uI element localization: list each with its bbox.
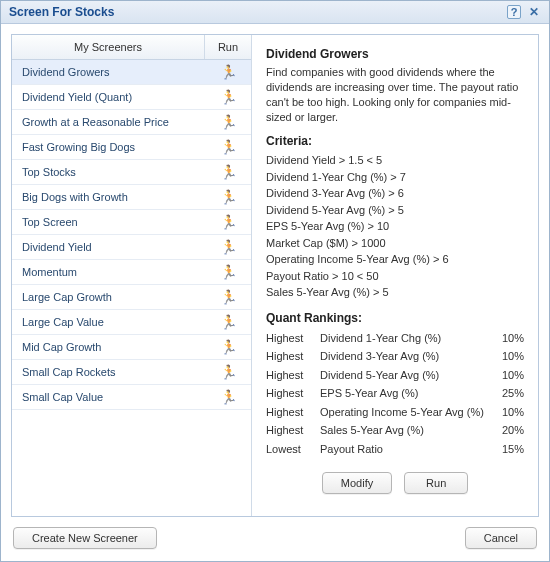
- run-screener-button[interactable]: 🏃: [205, 335, 251, 359]
- details-panel: Dividend Growers Find companies with goo…: [252, 35, 538, 516]
- screener-list-panel: My Screeners Run Dividend Growers🏃Divide…: [12, 35, 252, 516]
- screener-row-label: Growth at a Reasonable Price: [12, 110, 205, 134]
- screener-row[interactable]: Dividend Yield🏃: [12, 235, 251, 260]
- titlebar-icons: ? ✕: [507, 5, 541, 19]
- screener-row-label: Top Screen: [12, 210, 205, 234]
- run-screener-button[interactable]: 🏃: [205, 235, 251, 259]
- runner-icon: 🏃: [220, 389, 237, 405]
- criteria-item: EPS 5-Year Avg (%) > 10: [266, 218, 524, 235]
- screener-row-label: Top Stocks: [12, 160, 205, 184]
- run-screener-button[interactable]: 🏃: [205, 185, 251, 209]
- criteria-item: Operating Income 5-Year Avg (%) > 6: [266, 251, 524, 268]
- screener-row-label: Dividend Growers: [12, 60, 205, 84]
- detail-description: Find companies with good dividends where…: [266, 65, 524, 124]
- titlebar: Screen For Stocks ? ✕: [1, 1, 549, 24]
- run-screener-button[interactable]: 🏃: [205, 310, 251, 334]
- screener-list: Dividend Growers🏃Dividend Yield (Quant)🏃…: [12, 60, 251, 516]
- ranking-weight: 20%: [484, 421, 524, 440]
- screen-for-stocks-dialog: Screen For Stocks ? ✕ My Screeners Run D…: [0, 0, 550, 562]
- ranking-weight: 10%: [484, 329, 524, 348]
- runner-icon: 🏃: [220, 164, 237, 180]
- ranking-row: HighestDividend 5-Year Avg (%)10%: [266, 366, 524, 385]
- ranking-metric: Dividend 1-Year Chg (%): [320, 329, 484, 348]
- screener-row[interactable]: Top Stocks🏃: [12, 160, 251, 185]
- ranking-direction: Highest: [266, 421, 320, 440]
- screener-row[interactable]: Dividend Growers🏃: [12, 60, 251, 85]
- runner-icon: 🏃: [220, 314, 237, 330]
- run-screener-button[interactable]: 🏃: [205, 285, 251, 309]
- criteria-item: Market Cap ($M) > 1000: [266, 235, 524, 252]
- ranking-row: HighestDividend 3-Year Avg (%)10%: [266, 347, 524, 366]
- ranking-direction: Highest: [266, 347, 320, 366]
- column-header-run[interactable]: Run: [205, 35, 251, 59]
- run-screener-button[interactable]: 🏃: [205, 260, 251, 284]
- ranking-weight: 10%: [484, 403, 524, 422]
- screener-row[interactable]: Dividend Yield (Quant)🏃: [12, 85, 251, 110]
- runner-icon: 🏃: [220, 139, 237, 155]
- run-screener-button[interactable]: 🏃: [205, 135, 251, 159]
- screener-row[interactable]: Momentum🏃: [12, 260, 251, 285]
- screener-row-label: Mid Cap Growth: [12, 335, 205, 359]
- screener-row[interactable]: Large Cap Growth🏃: [12, 285, 251, 310]
- screener-row-label: Big Dogs with Growth: [12, 185, 205, 209]
- dialog-title: Screen For Stocks: [9, 5, 507, 19]
- runner-icon: 🏃: [220, 364, 237, 380]
- run-screener-button[interactable]: 🏃: [205, 60, 251, 84]
- runner-icon: 🏃: [220, 339, 237, 355]
- ranking-direction: Highest: [266, 403, 320, 422]
- rankings-heading: Quant Rankings:: [266, 311, 524, 325]
- criteria-list: Dividend Yield > 1.5 < 5Dividend 1-Year …: [266, 152, 524, 301]
- runner-icon: 🏃: [220, 289, 237, 305]
- main-panel: My Screeners Run Dividend Growers🏃Divide…: [11, 34, 539, 517]
- run-screener-button[interactable]: 🏃: [205, 110, 251, 134]
- footer: Create New Screener Cancel: [11, 517, 539, 551]
- criteria-heading: Criteria:: [266, 134, 524, 148]
- runner-icon: 🏃: [220, 64, 237, 80]
- cancel-button[interactable]: Cancel: [465, 527, 537, 549]
- ranking-metric: Payout Ratio: [320, 440, 484, 459]
- screener-row-label: Small Cap Rockets: [12, 360, 205, 384]
- ranking-direction: Highest: [266, 366, 320, 385]
- screener-row[interactable]: Large Cap Value🏃: [12, 310, 251, 335]
- detail-title: Dividend Growers: [266, 47, 524, 61]
- modify-button[interactable]: Modify: [322, 472, 392, 494]
- screener-row[interactable]: Small Cap Rockets🏃: [12, 360, 251, 385]
- ranking-metric: Dividend 3-Year Avg (%): [320, 347, 484, 366]
- help-icon[interactable]: ?: [507, 5, 521, 19]
- screener-row[interactable]: Big Dogs with Growth🏃: [12, 185, 251, 210]
- ranking-metric: EPS 5-Year Avg (%): [320, 384, 484, 403]
- ranking-direction: Lowest: [266, 440, 320, 459]
- screener-row[interactable]: Mid Cap Growth🏃: [12, 335, 251, 360]
- screener-row-label: Dividend Yield (Quant): [12, 85, 205, 109]
- criteria-item: Payout Ratio > 10 < 50: [266, 268, 524, 285]
- runner-icon: 🏃: [220, 114, 237, 130]
- runner-icon: 🏃: [220, 239, 237, 255]
- run-button[interactable]: Run: [404, 472, 468, 494]
- criteria-item: Sales 5-Year Avg (%) > 5: [266, 284, 524, 301]
- close-icon[interactable]: ✕: [527, 5, 541, 19]
- screener-row[interactable]: Growth at a Reasonable Price🏃: [12, 110, 251, 135]
- run-screener-button[interactable]: 🏃: [205, 385, 251, 409]
- run-screener-button[interactable]: 🏃: [205, 160, 251, 184]
- ranking-metric: Operating Income 5-Year Avg (%): [320, 403, 484, 422]
- screener-row[interactable]: Small Cap Value🏃: [12, 385, 251, 410]
- screener-row-label: Fast Growing Big Dogs: [12, 135, 205, 159]
- ranking-row: HighestSales 5-Year Avg (%)20%: [266, 421, 524, 440]
- runner-icon: 🏃: [220, 214, 237, 230]
- screener-row-label: Large Cap Value: [12, 310, 205, 334]
- runner-icon: 🏃: [220, 189, 237, 205]
- dialog-body: My Screeners Run Dividend Growers🏃Divide…: [1, 24, 549, 561]
- ranking-metric: Dividend 5-Year Avg (%): [320, 366, 484, 385]
- screener-row[interactable]: Fast Growing Big Dogs🏃: [12, 135, 251, 160]
- column-header-name[interactable]: My Screeners: [12, 35, 205, 59]
- run-screener-button[interactable]: 🏃: [205, 360, 251, 384]
- criteria-item: Dividend 5-Year Avg (%) > 5: [266, 202, 524, 219]
- run-screener-button[interactable]: 🏃: [205, 85, 251, 109]
- ranking-direction: Highest: [266, 384, 320, 403]
- create-new-screener-button[interactable]: Create New Screener: [13, 527, 157, 549]
- screener-row[interactable]: Top Screen🏃: [12, 210, 251, 235]
- criteria-item: Dividend 3-Year Avg (%) > 6: [266, 185, 524, 202]
- run-screener-button[interactable]: 🏃: [205, 210, 251, 234]
- ranking-weight: 10%: [484, 366, 524, 385]
- screener-row-label: Large Cap Growth: [12, 285, 205, 309]
